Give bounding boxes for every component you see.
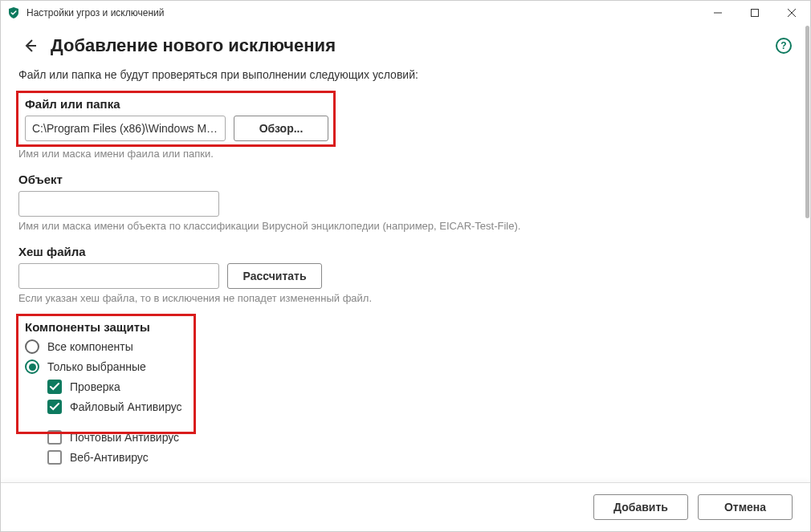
checkbox-file-av[interactable] <box>47 400 62 414</box>
footer: Добавить Отмена <box>1 482 810 531</box>
browse-button[interactable]: Обзор... <box>234 116 328 141</box>
page-title: Добавление нового исключения <box>51 35 336 56</box>
help-button[interactable]: ? <box>775 37 793 55</box>
window-controls <box>699 1 810 25</box>
page-header: Добавление нового исключения ? <box>1 25 810 68</box>
checkbox-web-av-label: Веб-Антивирус <box>70 451 149 464</box>
hash-hint: Если указан хеш файла, то в исключения н… <box>18 292 793 304</box>
radio-all-label: Все компоненты <box>47 340 133 353</box>
checkbox-mail-av[interactable] <box>47 430 62 445</box>
checkbox-scan[interactable] <box>47 380 62 394</box>
content-area: Файл или папка не будут проверяться при … <box>1 68 810 482</box>
checkbox-web-av[interactable] <box>47 450 62 465</box>
add-button[interactable]: Добавить <box>593 494 688 520</box>
cancel-button[interactable]: Отмена <box>698 494 793 520</box>
object-label: Объект <box>18 173 793 186</box>
maximize-button[interactable] <box>736 1 773 25</box>
filepath-label: Файл или папка <box>25 97 786 111</box>
object-hint: Имя или маска имени объекта по классифик… <box>18 220 793 232</box>
titlebar: Настройки угроз и исключений <box>1 1 810 25</box>
object-input[interactable] <box>18 191 219 217</box>
back-button[interactable] <box>18 35 41 57</box>
checkbox-scan-label: Проверка <box>70 380 120 393</box>
intro-text: Файл или папка не будут проверяться при … <box>18 68 793 81</box>
radio-all-components[interactable] <box>25 339 39 354</box>
hash-label: Хеш файла <box>18 245 793 258</box>
window-title: Настройки угроз и исключений <box>26 7 164 18</box>
checkbox-file-av-label: Файловый Антивирус <box>70 400 182 413</box>
filepath-hint: Имя или маска имени фаила или папки. <box>18 148 793 160</box>
minimize-button[interactable] <box>699 1 736 25</box>
components-label: Компоненты защиты <box>25 320 786 334</box>
close-button[interactable] <box>773 1 810 25</box>
filepath-input[interactable] <box>25 116 226 141</box>
hash-input[interactable] <box>18 263 219 289</box>
radio-selected-label: Только выбранные <box>47 360 146 373</box>
svg-rect-1 <box>752 10 759 17</box>
svg-text:?: ? <box>780 40 786 51</box>
shield-icon <box>7 6 20 19</box>
calculate-button[interactable]: Рассчитать <box>227 263 322 289</box>
radio-selected-components[interactable] <box>25 359 39 374</box>
checkbox-mail-av-label: Почтовый Антивирус <box>70 431 179 444</box>
